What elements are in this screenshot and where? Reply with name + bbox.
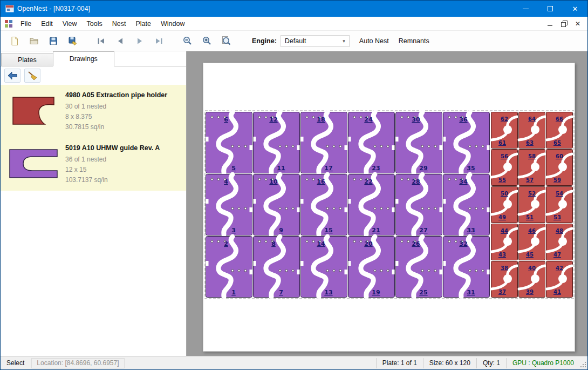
drill-hole: [475, 207, 477, 210]
purple-part-pair[interactable]: 3635: [443, 112, 490, 173]
drill-hole: [421, 207, 423, 210]
mdi-close-button[interactable]: ✕: [572, 19, 583, 29]
document-icon[interactable]: [4, 19, 13, 28]
drill-hole: [244, 145, 247, 147]
zoom-out-icon: [182, 36, 193, 46]
edge-notch: [396, 137, 399, 142]
zoom-out-button[interactable]: [179, 33, 196, 49]
engine-select[interactable]: Default ▾: [281, 35, 350, 47]
window-title: OpenNest - [N0317-004]: [17, 5, 90, 12]
next-arrow-icon: [135, 36, 145, 46]
red-part-pair[interactable]: 6059: [546, 150, 573, 186]
purple-part-pair[interactable]: 2827: [396, 174, 442, 236]
drill-hole: [258, 240, 261, 243]
circular-cutout: [558, 163, 567, 171]
part-number: 63: [526, 140, 534, 146]
red-part-pair[interactable]: 5049: [491, 187, 518, 223]
red-part-pair[interactable]: 4241: [546, 261, 573, 298]
red-part-pair[interactable]: 5655: [491, 150, 518, 186]
red-part-pair[interactable]: 6261: [491, 112, 518, 149]
drill-hole: [333, 270, 335, 272]
menu-plate[interactable]: Plate: [131, 17, 156, 30]
red-part-thumbnail: [11, 95, 56, 126]
red-part-pair[interactable]: 5251: [519, 187, 545, 223]
drill-hole: [285, 145, 288, 147]
menu-file[interactable]: File: [16, 17, 36, 30]
menu-view[interactable]: View: [58, 17, 82, 30]
mdi-minimize-button[interactable]: [544, 19, 555, 29]
close-button[interactable]: ✕: [563, 1, 587, 17]
red-part-pair[interactable]: 5453: [546, 187, 573, 223]
zoom-fit-button[interactable]: [217, 33, 235, 49]
menu-window[interactable]: Window: [156, 17, 189, 30]
save-button[interactable]: [45, 33, 62, 49]
last-plate-button[interactable]: [151, 33, 168, 49]
red-part-pair[interactable]: 4847: [546, 224, 573, 260]
part-number: 19: [372, 289, 380, 296]
menu-tools[interactable]: Tools: [82, 17, 107, 30]
part-number: 55: [498, 177, 506, 183]
drill-hole: [387, 145, 389, 147]
drawing-thumbnail: [5, 89, 62, 132]
send-to-nest-button[interactable]: [4, 69, 20, 83]
plate-page[interactable]: 6512111817242330293635431091615222128273…: [203, 63, 575, 352]
drill-hole: [333, 145, 335, 147]
clear-button[interactable]: [24, 69, 40, 83]
mdi-restore-button[interactable]: [558, 19, 569, 29]
open-button[interactable]: [25, 33, 43, 49]
part-number: 57: [526, 177, 534, 183]
first-plate-button[interactable]: [92, 33, 110, 49]
menu-edit[interactable]: Edit: [36, 17, 58, 30]
drill-hole: [231, 270, 234, 272]
drill-hole: [401, 116, 403, 118]
zoom-fit-icon: [221, 36, 231, 46]
purple-part-pair[interactable]: 43: [206, 174, 252, 236]
tab-plates[interactable]: Plates: [1, 53, 53, 66]
purple-part-pair[interactable]: 65: [206, 112, 252, 173]
red-part-pair[interactable]: 3837: [491, 261, 518, 298]
purple-part-pair[interactable]: 3029: [396, 112, 442, 173]
purple-part-pair[interactable]: 1413: [301, 237, 347, 298]
purple-part-pair[interactable]: 87: [254, 237, 300, 298]
purple-part-pair[interactable]: 3231: [443, 237, 490, 298]
purple-part-pair[interactable]: 2019: [348, 237, 395, 298]
auto-nest-button[interactable]: Auto Nest: [359, 37, 389, 45]
nest-canvas[interactable]: 6512111817242330293635431091615222128273…: [187, 51, 587, 356]
save-as-button[interactable]: [64, 33, 81, 49]
purple-part-pair[interactable]: 2221: [348, 174, 395, 236]
drawing-nested-count: 36 of 1 nested: [65, 154, 160, 165]
purple-part-pair[interactable]: 3433: [443, 174, 490, 236]
red-part-pair[interactable]: 4443: [491, 224, 518, 260]
drawing-item-extraction-pipe-holder[interactable]: 4980 A05 Extraction pipe holder 30 of 1 …: [1, 85, 186, 138]
purple-part-pair[interactable]: 2423: [348, 112, 395, 173]
purple-part-pair[interactable]: 2625: [396, 237, 442, 298]
purple-part-pair[interactable]: 1817: [301, 112, 347, 173]
previous-plate-button[interactable]: [112, 33, 129, 49]
drill-hole: [217, 178, 220, 180]
red-part-pair[interactable]: 6463: [519, 112, 545, 149]
nest-plate-view[interactable]: 6512111817242330293635431091615222128273…: [203, 63, 576, 352]
purple-part-pair[interactable]: 1615: [301, 174, 347, 236]
remnants-button[interactable]: Remnants: [399, 37, 429, 45]
drill-hole: [448, 178, 450, 180]
drawing-nested-count: 30 of 1 nested: [65, 102, 167, 112]
save-as-icon: [68, 36, 78, 46]
red-part-pair[interactable]: 6665: [546, 112, 573, 149]
minimize-button[interactable]: [513, 1, 538, 17]
purple-part-pair[interactable]: 1211: [254, 112, 300, 173]
drawing-item-uhmw-guide[interactable]: 5019 A10 UHMW guide Rev. A 36 of 1 neste…: [1, 138, 186, 191]
red-part-pair[interactable]: 5857: [519, 150, 545, 186]
menu-nest[interactable]: Nest: [107, 17, 131, 30]
next-plate-button[interactable]: [131, 33, 148, 49]
new-button[interactable]: [6, 33, 23, 49]
purple-part-pair[interactable]: 21: [206, 237, 252, 298]
red-part-pair[interactable]: 4645: [519, 224, 545, 260]
purple-part-pair[interactable]: 109: [254, 174, 300, 236]
tab-drawings[interactable]: Drawings: [53, 51, 114, 66]
maximize-button[interactable]: [538, 1, 563, 17]
red-part-pair[interactable]: 4039: [519, 261, 545, 298]
resize-grip[interactable]: [580, 356, 587, 369]
edge-notch: [301, 137, 304, 142]
edge-notch: [250, 270, 252, 274]
zoom-in-button[interactable]: [198, 33, 215, 49]
